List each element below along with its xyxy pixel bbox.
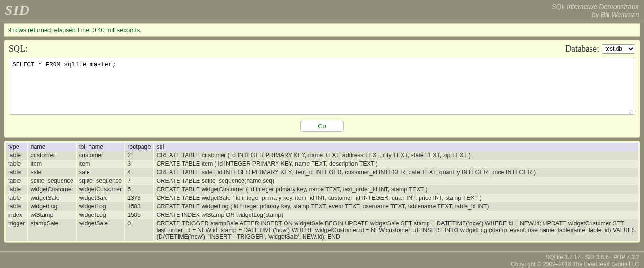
cell-tbl_name: widgetLog <box>76 211 125 219</box>
sql-panel: SQL: Database: test.db Go <box>4 40 640 138</box>
table-row: tablewidgetLogwidgetLog1503CREATE TABLE … <box>6 202 638 211</box>
results-header-row: type name tbl_name rootpage sql <box>6 143 638 151</box>
cell-tbl_name: sqlite_sequence <box>76 177 125 185</box>
footer-line2: Copyright © 2009–2018 The BearHeart Grou… <box>5 261 639 268</box>
cell-rootpage: 3 <box>125 160 153 168</box>
go-button[interactable]: Go <box>300 121 343 132</box>
cell-sql: CREATE TABLE customer ( id INTEGER PRIMA… <box>154 151 638 160</box>
cell-type: table <box>6 202 27 211</box>
cell-rootpage: 2 <box>125 151 153 160</box>
cell-type: index <box>6 211 27 219</box>
cell-name: item <box>27 160 76 168</box>
cell-type: table <box>6 160 27 168</box>
cell-name: customer <box>27 151 76 160</box>
cell-name: widgetLog <box>27 202 76 211</box>
cell-sql: CREATE TABLE item ( id INTEGER PRIMARY K… <box>154 160 638 168</box>
table-row: triggerstampSalewidgetSale0CREATE TRIGGE… <box>6 219 638 241</box>
cell-type: trigger <box>6 219 27 241</box>
cell-tbl_name: widgetSale <box>76 194 125 202</box>
cell-type: table <box>6 168 27 177</box>
database-label: Database: <box>565 44 599 54</box>
cell-name: sale <box>27 168 76 177</box>
cell-rootpage: 1373 <box>125 194 153 202</box>
cell-name: widgetCustomer <box>27 185 76 194</box>
header: SID SQL Interactive Demonstrator by Bill… <box>0 0 644 20</box>
subtitle-line1: SQL Interactive Demonstrator <box>552 3 639 11</box>
cell-tbl_name: widgetCustomer <box>76 185 125 194</box>
cell-tbl_name: item <box>76 160 125 168</box>
table-row: tableitemitem3CREATE TABLE item ( id INT… <box>6 160 638 168</box>
results-panel: type name tbl_name rootpage sql tablecus… <box>4 141 640 243</box>
cell-sql: CREATE INDEX wlStamp ON widgetLog(stamp) <box>154 211 638 219</box>
app-logo: SID <box>5 2 30 18</box>
cell-sql: CREATE TABLE widgetSale ( id integer pri… <box>154 194 638 202</box>
cell-rootpage: 1505 <box>125 211 153 219</box>
col-header-name: name <box>27 143 76 151</box>
cell-sql: CREATE TABLE sale ( id INTEGER PRIMARY K… <box>154 168 638 177</box>
cell-rootpage: 5 <box>125 185 153 194</box>
cell-name: stampSale <box>27 219 76 241</box>
table-row: tablewidgetCustomerwidgetCustomer5CREATE… <box>6 185 638 194</box>
cell-tbl_name: sale <box>76 168 125 177</box>
sql-input[interactable] <box>9 58 635 115</box>
table-row: tablesalesale4CREATE TABLE sale ( id INT… <box>6 168 638 177</box>
cell-tbl_name: customer <box>76 151 125 160</box>
cell-type: table <box>6 194 27 202</box>
results-table: type name tbl_name rootpage sql tablecus… <box>6 143 638 241</box>
cell-type: table <box>6 185 27 194</box>
col-header-type: type <box>6 143 27 151</box>
cell-type: table <box>6 177 27 185</box>
footer-line1: SQLite 3.7.17 · SID 3.6.6 · PHP 7.3.2 <box>5 254 639 261</box>
col-header-rootpage: rootpage <box>125 143 153 151</box>
status-bar: 9 rows returned; elapsed time: 0.40 mill… <box>4 23 640 37</box>
database-select[interactable]: test.db <box>602 44 635 54</box>
cell-rootpage: 1503 <box>125 202 153 211</box>
table-row: tablewidgetSalewidgetSale1373CREATE TABL… <box>6 194 638 202</box>
cell-type: table <box>6 151 27 160</box>
cell-name: widgetSale <box>27 194 76 202</box>
cell-sql: CREATE TABLE widgetCustomer ( id integer… <box>154 185 638 194</box>
cell-tbl_name: widgetSale <box>76 219 125 241</box>
cell-rootpage: 7 <box>125 177 153 185</box>
sql-label: SQL: <box>9 44 27 54</box>
col-header-tbl_name: tbl_name <box>76 143 125 151</box>
header-subtitle: SQL Interactive Demonstrator by Bill Wei… <box>552 2 639 19</box>
cell-rootpage: 0 <box>125 219 153 241</box>
cell-name: sqlite_sequence <box>27 177 76 185</box>
table-row: indexwlStampwidgetLog1505CREATE INDEX wl… <box>6 211 638 219</box>
cell-sql: CREATE TABLE sqlite_sequence(name,seq) <box>154 177 638 185</box>
cell-tbl_name: widgetLog <box>76 202 125 211</box>
cell-rootpage: 4 <box>125 168 153 177</box>
footer: SQLite 3.7.17 · SID 3.6.6 · PHP 7.3.2 Co… <box>0 251 644 268</box>
col-header-sql: sql <box>154 143 638 151</box>
cell-sql: CREATE TRIGGER stampSale AFTER INSERT ON… <box>154 219 638 241</box>
table-row: tablecustomercustomer2CREATE TABLE custo… <box>6 151 638 160</box>
cell-name: wlStamp <box>27 211 76 219</box>
cell-sql: CREATE TABLE widgetLog ( id integer prim… <box>154 202 638 211</box>
table-row: tablesqlite_sequencesqlite_sequence7CREA… <box>6 177 638 185</box>
subtitle-line2: by Bill Weinman <box>552 11 639 19</box>
